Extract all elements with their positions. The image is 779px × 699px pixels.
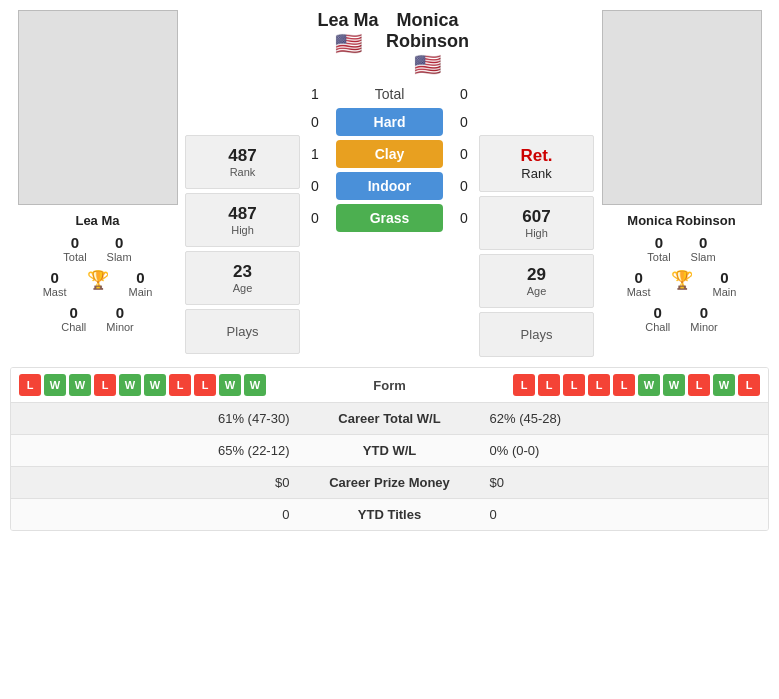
form-badge-l: L bbox=[588, 374, 610, 396]
left-rank-lbl: Rank bbox=[192, 166, 293, 178]
right-player-name: Monica Robinson bbox=[627, 213, 735, 228]
right-minor-lbl: Minor bbox=[690, 321, 718, 333]
left-player-name-top: Lea Ma bbox=[310, 10, 386, 31]
form-badge-l: L bbox=[19, 374, 41, 396]
total-score-left: 1 bbox=[300, 86, 330, 102]
prize-row: $0 Career Prize Money $0 bbox=[11, 466, 768, 498]
ytd-titles-label: YTD Titles bbox=[310, 507, 470, 522]
left-total-val: 0 bbox=[63, 234, 86, 251]
left-form-badges: LWWLWWLLWW bbox=[19, 374, 330, 396]
form-label: Form bbox=[330, 378, 450, 393]
right-minor-val: 0 bbox=[690, 304, 718, 321]
right-career-wl: 62% (45-28) bbox=[470, 411, 757, 426]
career-wl-row: 61% (47-30) Career Total W/L 62% (45-28) bbox=[11, 402, 768, 434]
form-badge-l: L bbox=[563, 374, 585, 396]
form-badge-w: W bbox=[638, 374, 660, 396]
form-badge-l: L bbox=[513, 374, 535, 396]
form-badge-l: L bbox=[169, 374, 191, 396]
grass-row: 0 Grass 0 bbox=[300, 204, 479, 232]
right-main-lbl: Main bbox=[713, 286, 737, 298]
clay-score-left: 1 bbox=[300, 146, 330, 162]
right-rank-box: Ret. Rank bbox=[479, 135, 594, 192]
career-wl-label: Career Total W/L bbox=[310, 411, 470, 426]
left-flag: 🇺🇸 bbox=[310, 31, 386, 57]
form-badge-l: L bbox=[688, 374, 710, 396]
left-career-wl: 61% (47-30) bbox=[23, 411, 310, 426]
left-high-lbl: High bbox=[192, 224, 293, 236]
prize-label: Career Prize Money bbox=[310, 475, 470, 490]
ytd-wl-label: YTD W/L bbox=[310, 443, 470, 458]
ytd-wl-row: 65% (22-12) YTD W/L 0% (0-0) bbox=[11, 434, 768, 466]
grass-score-right: 0 bbox=[449, 210, 479, 226]
hard-button[interactable]: Hard bbox=[336, 108, 443, 136]
form-badge-l: L bbox=[613, 374, 635, 396]
right-ytd-wl: 0% (0-0) bbox=[470, 443, 757, 458]
hard-score-left: 0 bbox=[300, 114, 330, 130]
left-rank-box: 487 Rank bbox=[185, 135, 300, 189]
left-slam-lbl: Slam bbox=[107, 251, 132, 263]
ytd-titles-row: 0 YTD Titles 0 bbox=[11, 498, 768, 530]
left-main-val: 0 bbox=[129, 269, 153, 286]
left-ytd-titles: 0 bbox=[23, 507, 310, 522]
right-high-box: 607 High bbox=[479, 196, 594, 250]
clay-button[interactable]: Clay bbox=[336, 140, 443, 168]
left-total-lbl: Total bbox=[63, 251, 86, 263]
right-high-lbl: High bbox=[486, 227, 587, 239]
form-badge-l: L bbox=[738, 374, 760, 396]
form-badge-w: W bbox=[244, 374, 266, 396]
left-mast-lbl: Mast bbox=[43, 286, 67, 298]
right-chall-val: 0 bbox=[645, 304, 670, 321]
right-form-badges: LLLLLWWLWL bbox=[450, 374, 761, 396]
right-high-val: 607 bbox=[486, 207, 587, 227]
left-chall-val: 0 bbox=[61, 304, 86, 321]
form-badge-l: L bbox=[94, 374, 116, 396]
form-badge-w: W bbox=[69, 374, 91, 396]
right-flag: 🇺🇸 bbox=[386, 52, 469, 78]
total-score-right: 0 bbox=[449, 86, 479, 102]
right-player-block: Monica Robinson 0 Total 0 Slam 0 Mast bbox=[594, 10, 769, 333]
clay-row: 1 Clay 0 bbox=[300, 140, 479, 168]
left-chall-lbl: Chall bbox=[61, 321, 86, 333]
right-player-photo bbox=[602, 10, 762, 205]
right-ytd-titles: 0 bbox=[470, 507, 757, 522]
form-badge-w: W bbox=[144, 374, 166, 396]
indoor-row: 0 Indoor 0 bbox=[300, 172, 479, 200]
right-player-name-top: Monica Robinson bbox=[386, 10, 469, 52]
right-total-lbl: Total bbox=[647, 251, 670, 263]
center-block: Lea Ma 🇺🇸 Monica Robinson 🇺🇸 1 Total 0 0… bbox=[300, 10, 479, 234]
right-total-val: 0 bbox=[647, 234, 670, 251]
right-age-lbl: Age bbox=[486, 285, 587, 297]
left-minor-lbl: Minor bbox=[106, 321, 134, 333]
form-row: LWWLWWLLWW Form LLLLLWWLWL bbox=[11, 368, 768, 402]
clay-score-right: 0 bbox=[449, 146, 479, 162]
right-slam-lbl: Slam bbox=[691, 251, 716, 263]
right-player-name-area: Monica Robinson bbox=[627, 209, 735, 228]
grass-button[interactable]: Grass bbox=[336, 204, 443, 232]
left-slam-val: 0 bbox=[107, 234, 132, 251]
left-age-box: 23 Age bbox=[185, 251, 300, 305]
left-mast-val: 0 bbox=[43, 269, 67, 286]
left-rank-val: 487 bbox=[192, 146, 293, 166]
right-mid-stats: Ret. Rank 607 High 29 Age Plays bbox=[479, 135, 594, 357]
indoor-score-right: 0 bbox=[449, 178, 479, 194]
left-age-lbl: Age bbox=[192, 282, 293, 294]
right-plays-lbl: Plays bbox=[486, 323, 587, 346]
indoor-score-left: 0 bbox=[300, 178, 330, 194]
right-trophy-icon: 🏆 bbox=[671, 269, 693, 291]
right-age-box: 29 Age bbox=[479, 254, 594, 308]
form-badge-w: W bbox=[219, 374, 241, 396]
total-label: Total bbox=[336, 86, 443, 102]
left-minor-val: 0 bbox=[106, 304, 134, 321]
form-badge-w: W bbox=[44, 374, 66, 396]
left-age-val: 23 bbox=[192, 262, 293, 282]
left-ytd-wl: 65% (22-12) bbox=[23, 443, 310, 458]
left-mid-stats: 487 Rank 487 High 23 Age Plays bbox=[185, 135, 300, 354]
right-rank-val: Ret. bbox=[486, 146, 587, 166]
right-chall-lbl: Chall bbox=[645, 321, 670, 333]
left-main-lbl: Main bbox=[129, 286, 153, 298]
form-badge-w: W bbox=[119, 374, 141, 396]
left-plays-box: Plays bbox=[185, 309, 300, 354]
indoor-button[interactable]: Indoor bbox=[336, 172, 443, 200]
right-mast-lbl: Mast bbox=[627, 286, 651, 298]
right-rank-lbl: Rank bbox=[486, 166, 587, 181]
